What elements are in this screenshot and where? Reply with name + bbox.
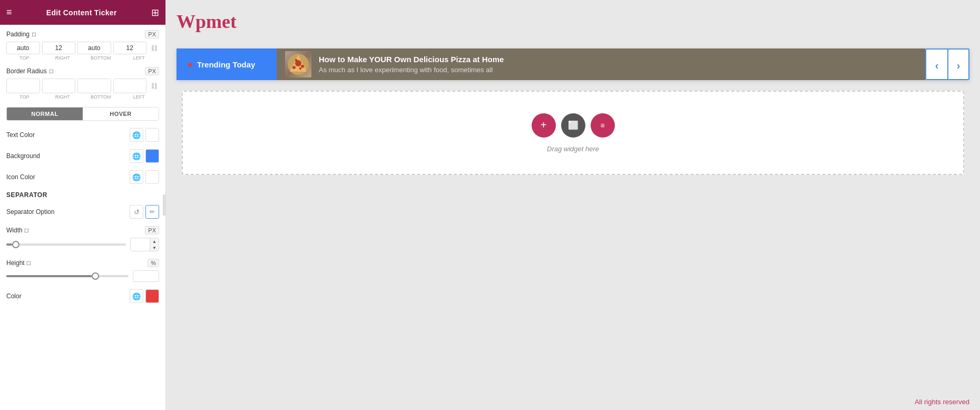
width-number[interactable]: 5 [131, 239, 150, 250]
border-radius-link-icon[interactable]: □ [50, 67, 53, 75]
height-number[interactable]: 70 [133, 270, 159, 282]
icon-color-swatch[interactable] [145, 170, 159, 184]
widget-template-button[interactable]: ≡ [591, 113, 615, 138]
grid-icon[interactable]: ⊞ [151, 7, 159, 18]
label-bottom: BOTTOM [83, 55, 119, 61]
width-slider-row: 5 ▲ ▼ [6, 238, 159, 251]
height-slider-track[interactable] [6, 275, 129, 277]
widget-folder-button[interactable]: ⬜ [561, 113, 585, 138]
canvas-footer: All rights reserved [166, 394, 980, 410]
separator-refresh-btn[interactable]: ↺ [130, 205, 143, 219]
padding-bottom[interactable] [77, 42, 111, 54]
br-label-left: LEFT [121, 94, 158, 100]
separator-option-controls: ↺ ✏ [130, 205, 159, 219]
text-color-row: Text Color 🌐 [6, 128, 159, 142]
ticker-bar: ● Trending Today [177, 48, 969, 80]
ticker-prev-button[interactable]: ‹ [926, 50, 947, 80]
separator-color-controls: 🌐 [130, 289, 159, 303]
width-label: Width □ [6, 227, 28, 234]
drop-zone-buttons: + ⬜ ≡ [532, 113, 615, 138]
padding-top[interactable] [6, 42, 40, 54]
panel-body: Padding □ PX ⛓ TOP RIGHT BOTTOM LEFT [0, 25, 165, 410]
separator-color-row: Color 🌐 [6, 289, 159, 303]
background-row: Background 🌐 [6, 149, 159, 163]
state-tabs: NORMAL HOVER [6, 107, 159, 121]
padding-link-icon[interactable]: □ [32, 31, 36, 38]
ticker-desc: As much as I love experimenting with foo… [319, 66, 504, 74]
padding-label-row: Padding □ PX [6, 30, 159, 38]
br-bottom-right[interactable] [77, 79, 111, 93]
padding-right[interactable] [42, 42, 76, 54]
ticker-label: ● Trending Today [177, 48, 277, 80]
border-radius-inputs: ⛓ [6, 79, 159, 93]
br-label-top: TOP [6, 94, 43, 100]
br-sublabels: TOP RIGHT BOTTOM LEFT [6, 94, 159, 100]
wpmet-logo: Wpmet [177, 11, 969, 33]
icon-color-global-btn[interactable]: 🌐 [130, 170, 143, 184]
drop-text: Drag widget here [547, 145, 599, 153]
padding-link-toggle[interactable]: ⛓ [149, 43, 159, 53]
icon-color-controls: 🌐 [130, 170, 159, 184]
border-radius-section: Border Radius □ PX ⛓ TOP RIGHT BOTTOM [6, 67, 159, 100]
padding-left[interactable] [113, 42, 147, 54]
svg-point-6 [299, 67, 301, 70]
border-radius-unit[interactable]: PX [145, 67, 159, 75]
left-panel: ≡ Edit Content Ticker ⊞ Padding □ PX [0, 0, 166, 410]
br-label-right: RIGHT [45, 94, 81, 100]
icon-color-row: Icon Color 🌐 [6, 170, 159, 184]
icon-color-label: Icon Color [6, 173, 35, 181]
padding-unit[interactable]: PX [145, 30, 159, 38]
separator-edit-btn[interactable]: ✏ [145, 205, 159, 219]
ticker-arrows: ‹ › [925, 48, 969, 80]
width-section: Width □ PX 5 ▲ ▼ [6, 226, 159, 251]
width-unit[interactable]: PX [145, 226, 159, 235]
pizza-icon [287, 53, 310, 76]
separator-option-label: Separator Option [6, 208, 54, 216]
height-label-row: Height □ % [6, 259, 159, 267]
label-top: TOP [6, 55, 43, 61]
height-unit[interactable]: % [148, 259, 159, 267]
br-bottom-left[interactable] [113, 79, 147, 93]
svg-point-4 [301, 65, 304, 68]
height-section: Height □ % 70 [6, 259, 159, 282]
tab-normal[interactable]: NORMAL [7, 108, 83, 120]
br-top-right[interactable] [42, 79, 76, 93]
text-color-global-btn[interactable]: 🌐 [130, 128, 143, 142]
height-link-icon: □ [27, 259, 31, 267]
padding-section: Padding □ PX ⛓ TOP RIGHT BOTTOM LEFT [6, 30, 159, 61]
separator-color-swatch[interactable] [145, 289, 159, 303]
ticker-image-inner [285, 51, 311, 77]
br-top-left[interactable] [6, 79, 40, 93]
text-color-controls: 🌐 [130, 128, 159, 142]
right-canvas: Wpmet ● Trending Today [166, 0, 980, 410]
tab-hover[interactable]: HOVER [83, 108, 159, 120]
text-color-label: Text Color [6, 131, 35, 139]
br-link-toggle[interactable]: ⛓ [149, 81, 159, 91]
height-slider-row: 70 [6, 270, 159, 282]
ticker-body: How to Make YOUR Own Delicious Pizza at … [277, 48, 925, 80]
background-global-btn[interactable]: 🌐 [130, 149, 143, 163]
ticker-title: How to Make YOUR Own Delicious Pizza at … [319, 55, 504, 64]
panel-header: ≡ Edit Content Ticker ⊞ [0, 0, 165, 25]
separator-option-row: Separator Option ↺ ✏ [6, 205, 159, 219]
width-spin-down[interactable]: ▼ [150, 245, 159, 251]
footer-text: All rights reserved [915, 398, 969, 406]
width-spin-up[interactable]: ▲ [150, 238, 159, 245]
width-label-row: Width □ PX [6, 226, 159, 235]
svg-point-3 [292, 66, 296, 69]
label-right: RIGHT [45, 55, 81, 61]
height-label: Height □ [6, 259, 31, 267]
separator-section-title: Separator [6, 191, 159, 199]
border-radius-label: Border Radius □ [6, 67, 53, 75]
text-color-swatch[interactable] [145, 128, 159, 142]
label-left: LEFT [121, 55, 158, 61]
sep-color-global-btn[interactable]: 🌐 [130, 289, 143, 303]
background-controls: 🌐 [130, 149, 159, 163]
width-link-icon: □ [25, 227, 28, 234]
background-swatch[interactable] [145, 149, 159, 163]
hamburger-icon[interactable]: ≡ [6, 7, 12, 18]
ticker-label-text: Trending Today [197, 60, 256, 69]
ticker-next-button[interactable]: › [947, 50, 968, 80]
width-slider-track[interactable] [6, 243, 126, 246]
add-widget-button[interactable]: + [532, 113, 556, 138]
